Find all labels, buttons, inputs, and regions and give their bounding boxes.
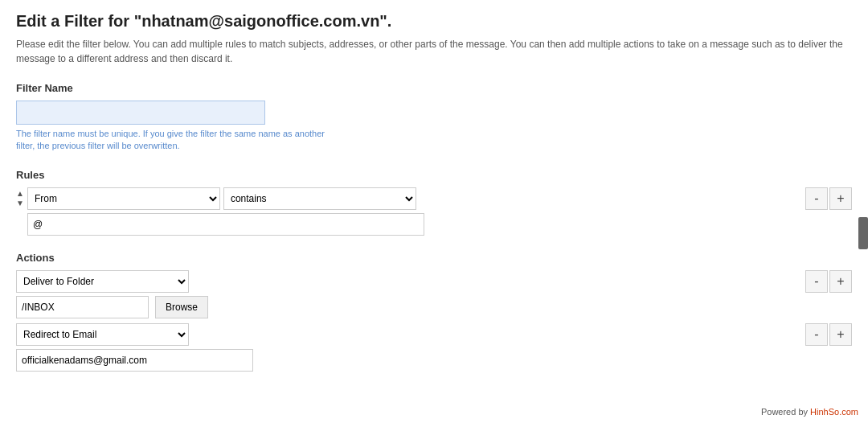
page-description: Please edit the filter below. You can ad… — [16, 37, 852, 66]
redirect-plus-button[interactable]: + — [829, 323, 852, 346]
rules-dropdowns: From To Subject Body contains does not c… — [27, 187, 424, 210]
rules-section: Rules ▲ ▼ From To Subject Body — [16, 169, 852, 236]
rules-contains-select[interactable]: contains does not contain is is not — [223, 187, 416, 210]
redirect-action-row: Redirect to Email Deliver to Folder Disc… — [16, 323, 852, 372]
powered-text: Powered by HinhSo.com — [761, 407, 858, 417]
page-title: Edit a Filter for "nhatnam@saigonoffice.… — [16, 12, 852, 31]
rules-plus-button[interactable]: + — [829, 187, 852, 210]
filter-name-section: Filter Name The filter name must be uniq… — [16, 82, 852, 153]
deliver-action-content: Deliver to Folder Redirect to Email Disc… — [16, 270, 208, 318]
redirect-action-content: Redirect to Email Deliver to Folder Disc… — [16, 323, 253, 372]
scroll-indicator — [858, 217, 868, 249]
rule-up-button[interactable]: ▲ — [16, 189, 24, 199]
redirect-action-select[interactable]: Redirect to Email Deliver to Folder Disc… — [16, 323, 189, 346]
actions-section: Actions Deliver to Folder Redirect to Em… — [16, 252, 852, 372]
rules-label: Rules — [16, 169, 852, 181]
rules-left: ▲ ▼ From To Subject Body contains does — [16, 187, 424, 236]
redirect-minus-button[interactable]: - — [805, 323, 828, 346]
browse-button[interactable]: Browse — [155, 296, 208, 318]
powered-brand: HinhSo.com — [810, 407, 858, 417]
redirect-email-input[interactable] — [16, 349, 253, 372]
filter-name-input[interactable] — [16, 101, 265, 125]
rules-value-input[interactable] — [27, 213, 424, 236]
deliver-side-buttons: - + — [805, 270, 852, 293]
rules-up-down: ▲ ▼ — [16, 189, 24, 208]
deliver-dropdown-row: Deliver to Folder Redirect to Email Disc… — [16, 270, 208, 293]
deliver-minus-button[interactable]: - — [805, 270, 828, 293]
redirect-dropdown-row: Redirect to Email Deliver to Folder Disc… — [16, 323, 253, 346]
deliver-folder-row: Browse — [16, 296, 208, 318]
deliver-action-select[interactable]: Deliver to Folder Redirect to Email Disc… — [16, 270, 189, 293]
rules-fields: From To Subject Body contains does not c… — [27, 187, 424, 236]
rules-from-select[interactable]: From To Subject Body — [27, 187, 220, 210]
rules-minus-button[interactable]: - — [805, 187, 828, 210]
deliver-action-row: Deliver to Folder Redirect to Email Disc… — [16, 270, 852, 318]
redirect-side-buttons: - + — [805, 323, 852, 346]
rules-side-buttons: - + — [805, 187, 852, 210]
page-wrapper: Edit a Filter for "nhatnam@saigonoffice.… — [0, 0, 868, 423]
redirect-email-row — [16, 349, 253, 372]
filter-name-hint: The filter name must be unique. If you g… — [16, 128, 338, 153]
powered-label: Powered by — [761, 407, 810, 417]
filter-name-label: Filter Name — [16, 82, 852, 94]
actions-label: Actions — [16, 252, 852, 264]
deliver-plus-button[interactable]: + — [829, 270, 852, 293]
rule-down-button[interactable]: ▼ — [16, 199, 24, 208]
rules-main-row: ▲ ▼ From To Subject Body contains does — [16, 187, 852, 236]
folder-path-input[interactable] — [16, 296, 149, 318]
